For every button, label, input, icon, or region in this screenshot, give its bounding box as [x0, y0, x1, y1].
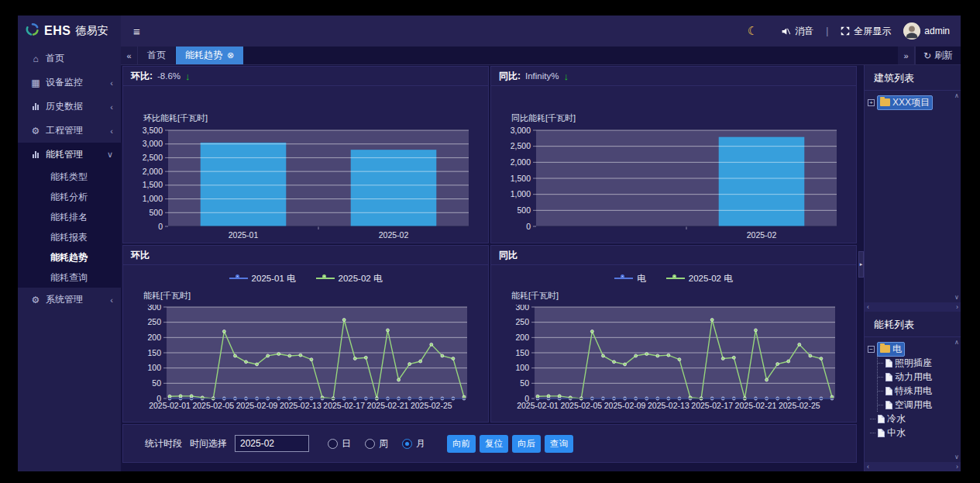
mute-button[interactable]: 消音 — [781, 25, 813, 38]
radio-week[interactable]: 周 — [365, 437, 388, 450]
time-select-input[interactable] — [235, 435, 309, 452]
sidebar-group-energy-mgmt: 能耗管理 ∨ 能耗类型 能耗分析 能耗排名 能耗报表 能耗趋势 能耗查询 — [18, 143, 121, 288]
tree-node-hvac[interactable]: 空调用电 — [878, 398, 959, 412]
svg-text:1,500: 1,500 — [143, 180, 163, 189]
right-sidebar: 建筑列表 + XXX项目 ∧ — [864, 65, 961, 471]
next-button[interactable]: 向后 — [512, 435, 541, 453]
yoy-line-ylabel: 能耗[千瓦时] — [511, 290, 848, 302]
mom-stat-label: 环比: — [131, 70, 153, 83]
sidebar-item-energy-analysis[interactable]: 能耗分析 — [18, 187, 121, 207]
sidebar-item-device-monitor[interactable]: ▦ 设备监控 ‹ — [18, 71, 121, 95]
scroll-down-icon[interactable]: ∨ — [954, 294, 959, 301]
chevron-left-icon: ‹ — [110, 102, 113, 112]
radio-day[interactable]: 日 — [328, 437, 351, 450]
svg-text:2025-02-13: 2025-02-13 — [280, 401, 322, 410]
sidebar-item-energy-type[interactable]: 能耗类型 — [18, 167, 121, 187]
refresh-icon: ↻ — [923, 50, 931, 61]
svg-text:2025-01: 2025-01 — [229, 230, 259, 240]
svg-text:2025-02-09: 2025-02-09 — [604, 401, 646, 410]
tree-expand-icon[interactable]: + — [868, 99, 875, 106]
tab-home[interactable]: 首页 — [138, 47, 175, 64]
sidebar-item-home[interactable]: ⌂ 首页 — [18, 47, 121, 71]
tree-node-lighting[interactable]: 照明插座 — [878, 356, 959, 370]
svg-text:2025-02-01: 2025-02-01 — [517, 401, 559, 410]
trend-down-icon: ↓ — [185, 71, 191, 82]
legend-marker-icon — [229, 278, 248, 279]
mom-line-title: 环比 — [123, 246, 488, 265]
bar-chart-icon — [29, 150, 43, 160]
gear-icon: ⚙ — [29, 295, 43, 305]
svg-text:2025-02-13: 2025-02-13 — [648, 401, 689, 410]
charts-area: 环比: -8.6% ↓ 环比能耗[千瓦时] 05001,0001,5002,00… — [121, 65, 858, 471]
sidebar-item-energy-trend[interactable]: 能耗趋势 — [18, 247, 121, 267]
tree-node-power[interactable]: 动力用电 — [878, 370, 959, 384]
sidebar-item-energy-query[interactable]: 能耗查询 — [18, 267, 121, 288]
avatar — [903, 22, 920, 40]
gears-icon: ⚙ — [29, 126, 43, 136]
scroll-down-icon[interactable]: ∨ — [954, 454, 959, 461]
close-tab-icon[interactable]: ⊗ — [227, 50, 234, 60]
svg-text:2025-02-21: 2025-02-21 — [735, 401, 777, 410]
sidebar-item-energy-mgmt[interactable]: 能耗管理 ∨ — [18, 143, 121, 167]
yoy-line-legend: 电 2025-02 电 — [499, 271, 848, 285]
tree-node-cold-water[interactable]: 冷水 — [870, 412, 959, 426]
sidebar-item-history-data[interactable]: 历史数据 ‹ — [18, 95, 121, 119]
radio-month[interactable]: 月 — [402, 437, 425, 450]
scroll-up-icon[interactable]: ∧ — [954, 92, 959, 99]
tabs-scroll-right-button[interactable]: » — [898, 47, 915, 64]
fullscreen-icon — [841, 26, 850, 36]
svg-text:500: 500 — [517, 205, 531, 215]
svg-text:2,000: 2,000 — [511, 157, 531, 167]
sidebar-item-energy-report[interactable]: 能耗报表 — [18, 227, 121, 247]
svg-text:250: 250 — [147, 317, 161, 326]
tree-node-reclaimed-water[interactable]: 中水 — [870, 426, 959, 440]
tab-energy-trend[interactable]: 能耗趋势 ⊗ — [176, 47, 243, 64]
chevron-left-icon: ‹ — [110, 295, 113, 305]
legend-item[interactable]: 2025-02 电 — [666, 273, 733, 285]
scroll-right-icon[interactable]: › — [956, 463, 958, 471]
building-tree-hscrollbar: ‹ › — [865, 302, 961, 312]
prev-button[interactable]: 向前 — [447, 435, 476, 453]
sidebar-item-system-mgmt[interactable]: ⚙ 系统管理 ‹ — [18, 288, 121, 312]
reset-button[interactable]: 复位 — [480, 435, 508, 453]
tab-bar: « 首页 能耗趋势 ⊗ » ↻ 刷新 — [121, 47, 961, 65]
svg-text:2025-02-17: 2025-02-17 — [691, 401, 733, 410]
energy-tree-scrollbar: ∧ ∨ — [953, 337, 961, 462]
mom-line-ylabel: 能耗[千瓦时] — [143, 290, 480, 302]
sidebar-item-energy-ranking[interactable]: 能耗排名 — [18, 207, 121, 227]
scroll-right-icon[interactable]: › — [956, 303, 958, 311]
dark-mode-moon-icon[interactable]: ☾ — [748, 24, 758, 38]
svg-text:100: 100 — [147, 363, 161, 372]
yoy-bar-panel: 同比: Infinity% ↓ 同比能耗[千瓦时] 05001,0001,500… — [490, 66, 857, 243]
top-header: ≡ ☾ 消音 | 全屏显示 — [121, 16, 961, 47]
svg-text:2025-02-25: 2025-02-25 — [411, 401, 452, 410]
topbar-divider: | — [826, 26, 828, 36]
tree-collapse-icon[interactable]: − — [868, 346, 875, 353]
scroll-left-icon[interactable]: ‹ — [867, 463, 869, 471]
legend-item[interactable]: 2025-01 电 — [229, 273, 296, 285]
panel-collapse-handle[interactable]: ▸ — [858, 251, 864, 278]
svg-text:100: 100 — [515, 363, 529, 372]
svg-text:300: 300 — [515, 305, 529, 312]
user-menu[interactable]: admin — [903, 22, 950, 40]
radio-icon — [328, 439, 338, 449]
scroll-left-icon[interactable]: ‹ — [867, 303, 869, 311]
sidebar-item-project-mgmt[interactable]: ⚙ 工程管理 ‹ — [18, 119, 121, 143]
query-button[interactable]: 查询 — [545, 435, 573, 453]
yoy-stat-label: 同比: — [499, 70, 521, 83]
tabs-scroll-left-button[interactable]: « — [121, 47, 138, 64]
legend-item[interactable]: 2025-02 电 — [316, 273, 383, 285]
fullscreen-button[interactable]: 全屏显示 — [841, 25, 891, 38]
folder-icon — [880, 98, 890, 106]
tree-node-project[interactable]: + XXX项目 — [868, 95, 959, 109]
logo: EHS 德易安 — [18, 16, 121, 47]
tree-node-electricity[interactable]: − 电 — [868, 342, 959, 356]
yoy-bar-chart: 05001,0001,5002,0002,5003,0002025-02 — [499, 127, 846, 243]
tree-node-special[interactable]: 特殊用电 — [878, 384, 959, 398]
scroll-up-icon[interactable]: ∧ — [954, 339, 959, 346]
file-icon — [885, 373, 892, 381]
refresh-button[interactable]: ↻ 刷新 — [915, 47, 961, 64]
legend-item[interactable]: 电 — [614, 273, 646, 285]
menu-toggle-icon[interactable]: ≡ — [133, 25, 140, 38]
svg-text:2025-02-21: 2025-02-21 — [367, 401, 409, 410]
